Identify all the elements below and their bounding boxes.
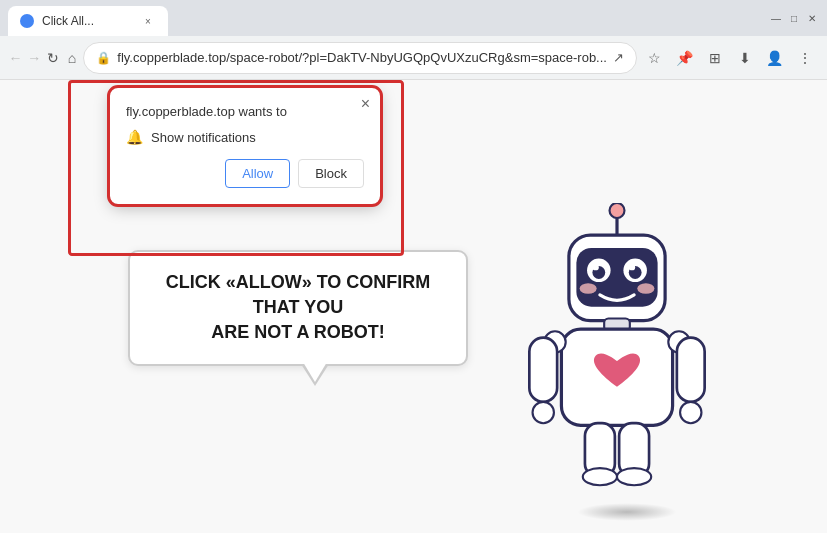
title-bar: Click All... × — □ ✕ [0, 0, 827, 36]
popup-buttons: Allow Block [126, 159, 364, 188]
bell-icon: 🔔 [126, 129, 143, 145]
toolbar-actions: ☆ 📌 ⊞ ⬇ 👤 ⋮ [641, 44, 819, 72]
maximize-button[interactable]: □ [787, 11, 801, 25]
profile-button[interactable]: 👤 [761, 44, 789, 72]
svg-point-9 [629, 264, 635, 270]
robot-image [507, 203, 747, 523]
share-icon: ↗ [613, 50, 624, 65]
svg-point-10 [580, 283, 597, 294]
lock-icon: 🔒 [96, 51, 111, 65]
svg-point-1 [610, 203, 625, 218]
svg-point-18 [533, 402, 554, 423]
extension-pin-button[interactable]: 📌 [671, 44, 699, 72]
tab-close-button[interactable]: × [140, 13, 156, 29]
refresh-button[interactable]: ↻ [46, 44, 61, 72]
show-notifications-text: Show notifications [151, 130, 256, 145]
svg-point-19 [680, 402, 701, 423]
svg-point-22 [583, 468, 617, 485]
tab-title: Click All... [42, 14, 132, 28]
svg-point-11 [637, 283, 654, 294]
browser-tab[interactable]: Click All... × [8, 6, 168, 36]
forward-button[interactable]: → [27, 44, 42, 72]
browser-toolbar: ← → ↻ ⌂ 🔒 fly.copperblade.top/space-robo… [0, 36, 827, 80]
page-content: × fly.copperblade.top wants to 🔔 Show no… [0, 80, 827, 533]
popup-title: fly.copperblade.top wants to [126, 104, 364, 119]
block-button[interactable]: Block [298, 159, 364, 188]
back-button[interactable]: ← [8, 44, 23, 72]
svg-point-8 [592, 264, 598, 270]
notification-popup: × fly.copperblade.top wants to 🔔 Show no… [110, 88, 380, 204]
notification-row: 🔔 Show notifications [126, 129, 364, 145]
speech-bubble: CLICK «ALLOW» TO CONFIRM THAT YOU ARE NO… [128, 250, 468, 366]
svg-rect-16 [529, 338, 557, 402]
download-button[interactable]: ⬇ [731, 44, 759, 72]
window-controls: — □ ✕ [769, 11, 819, 25]
svg-rect-3 [576, 248, 657, 307]
minimize-button[interactable]: — [769, 11, 783, 25]
extensions-button[interactable]: ⊞ [701, 44, 729, 72]
close-window-button[interactable]: ✕ [805, 11, 819, 25]
address-text: fly.copperblade.top/space-robot/?pl=DakT… [117, 50, 607, 65]
popup-close-button[interactable]: × [361, 96, 370, 112]
svg-rect-17 [677, 338, 705, 402]
home-button[interactable]: ⌂ [64, 44, 79, 72]
bubble-text: CLICK «ALLOW» TO CONFIRM THAT YOU ARE NO… [154, 270, 442, 346]
bookmark-button[interactable]: ☆ [641, 44, 669, 72]
menu-button[interactable]: ⋮ [791, 44, 819, 72]
browser-window: Click All... × — □ ✕ ← → ↻ ⌂ 🔒 fly.coppe… [0, 0, 827, 533]
allow-button[interactable]: Allow [225, 159, 290, 188]
tab-favicon [20, 14, 34, 28]
address-bar[interactable]: 🔒 fly.copperblade.top/space-robot/?pl=Da… [83, 42, 637, 74]
svg-point-23 [617, 468, 651, 485]
robot-shadow [577, 503, 677, 521]
